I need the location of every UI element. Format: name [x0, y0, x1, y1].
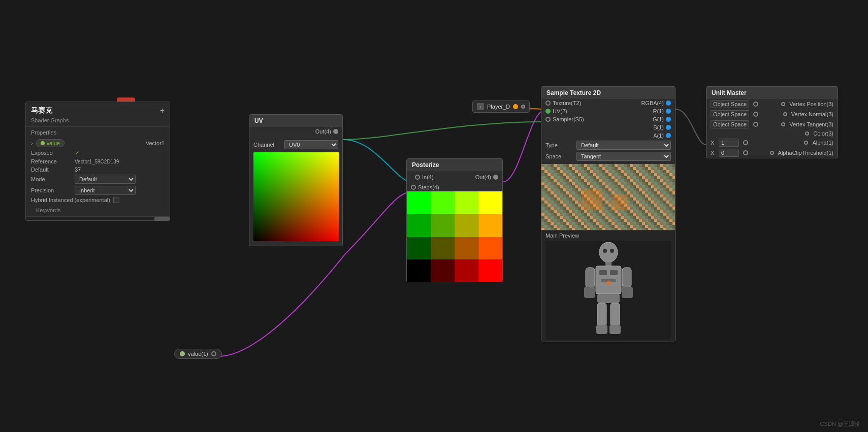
posterize-steps-label: Steps(4) — [418, 184, 439, 190]
alpha-clip-in-port[interactable] — [743, 150, 748, 155]
mode-row: Mode Default — [26, 174, 170, 185]
svg-rect-5 — [599, 270, 607, 275]
texture-port-label: Texture(T2) — [553, 100, 581, 106]
default-value: 37 — [75, 167, 81, 173]
alpha-x-input[interactable] — [719, 139, 739, 147]
alpha-label: Alpha(1) — [812, 140, 833, 146]
alpha-in-port[interactable] — [743, 140, 748, 145]
rgba-out-port[interactable] — [666, 101, 671, 106]
x-label-2: X — [711, 150, 717, 156]
vertex-tangent-row: Object Space Vertex Tangent(3) — [706, 119, 838, 129]
channel-label: Channel — [253, 142, 281, 148]
obj-space-3[interactable]: Object Space — [711, 120, 749, 128]
exposed-label: Exposed — [31, 150, 72, 156]
vertex-tang-label: Vertex Tangent(3) — [789, 121, 833, 127]
reference-row: Reference Vector1_59C2D139 — [26, 157, 170, 165]
vertex-normal-row: Object Space Vertex Normal(3) — [706, 109, 838, 119]
uv-node: UV Out(4) Channel UV0 UV1 UV2 UV3 — [249, 114, 343, 246]
g-port-right: G(1) — [653, 116, 671, 122]
value-dot — [41, 141, 45, 145]
space-field-label: Space — [545, 153, 573, 159]
add-button[interactable]: + — [160, 106, 165, 115]
b-out-port[interactable] — [666, 125, 671, 130]
r-port-right: R(1) — [653, 108, 671, 114]
texture-port-row: Texture(T2) RGBA(4) — [541, 99, 675, 107]
sampler-port-left: Sampler(S5) — [545, 116, 584, 122]
obj-space-1[interactable]: Object Space — [711, 100, 749, 108]
vertex-norm-out-port — [783, 112, 787, 116]
value-node-label: value(1) — [188, 351, 208, 357]
posterize-in-port[interactable] — [415, 175, 420, 180]
channel-select[interactable]: UV0 UV1 UV2 UV3 — [284, 140, 338, 149]
mode-select[interactable]: Default — [75, 175, 136, 184]
precision-select[interactable]: Inherit — [75, 186, 136, 195]
texture-output-port[interactable] — [513, 104, 518, 109]
sample-texture-node: Sample Texture 2D Texture(T2) RGBA(4) UV… — [541, 86, 676, 342]
svg-rect-15 — [610, 303, 620, 326]
g-out-port[interactable] — [666, 117, 671, 122]
hybrid-checkbox[interactable] — [113, 197, 119, 203]
sampler-port-row: Sampler(S5) G(1) — [541, 115, 675, 123]
type-field-row: Type Default — [541, 140, 675, 151]
r-out-port[interactable] — [666, 109, 671, 114]
value-node-port[interactable] — [211, 351, 216, 356]
sampler-port-label: Sampler(S5) — [553, 116, 584, 122]
svg-rect-11 — [622, 287, 633, 298]
b-port-label: B(1) — [653, 124, 664, 130]
texture-connected-dot — [521, 105, 525, 109]
svg-point-0 — [599, 242, 618, 262]
player-d-node: ▪ Player_D — [472, 101, 530, 113]
svg-point-17 — [606, 281, 610, 285]
texture-in-port[interactable] — [545, 101, 551, 106]
space-select[interactable]: Tangent Object World — [576, 152, 671, 161]
svg-rect-6 — [610, 270, 618, 275]
svg-point-1 — [603, 249, 607, 253]
obj-space-2[interactable]: Object Space — [711, 110, 749, 118]
value-property-row: › value Vector1 — [26, 138, 170, 148]
posterize-steps-port[interactable] — [411, 185, 416, 190]
color-port-row: Color(3) — [706, 129, 838, 138]
color-label: Color(3) — [813, 130, 833, 137]
svg-rect-3 — [605, 262, 612, 266]
uv-node-header: UV — [249, 115, 342, 127]
texture-preview-image — [541, 164, 675, 230]
a-out-port[interactable] — [666, 133, 671, 138]
space-field-row: Space Tangent Object World — [541, 151, 675, 162]
uv-out-label: Out(4) — [315, 128, 331, 135]
horizontal-scrollbar[interactable] — [26, 216, 170, 220]
precision-row: Precision Inherit — [26, 185, 170, 196]
uv-out-port-row: Out(4) — [249, 127, 342, 136]
hybrid-row: Hybrid Instanced (experimental) — [26, 196, 170, 204]
posterize-ports-row: In(4) Out(4) — [407, 171, 502, 183]
texture-icon: ▪ — [477, 103, 484, 110]
uv-in-port[interactable] — [545, 109, 551, 114]
reference-label: Reference — [31, 158, 72, 164]
sampler-in-port[interactable] — [545, 117, 551, 122]
texture-preview — [541, 164, 675, 230]
value-badge[interactable]: value — [36, 139, 65, 147]
uv-gradient-preview — [253, 152, 339, 241]
svg-rect-16 — [609, 325, 621, 334]
svg-rect-10 — [622, 268, 631, 288]
value-node: value(1) — [174, 349, 222, 359]
posterize-out-label: Out(4) — [475, 174, 491, 180]
posterize-out-group: Out(4) — [475, 174, 498, 180]
posterize-out-port[interactable] — [493, 175, 498, 180]
vertex-norm-label: Vertex Normal(3) — [791, 111, 833, 117]
type-select[interactable]: Default — [576, 141, 671, 150]
keywords-row: Keywords — [26, 204, 170, 216]
b-port-right: B(1) — [653, 124, 671, 130]
svg-rect-13 — [597, 303, 606, 326]
g-port-label: G(1) — [653, 116, 664, 122]
vertex-norm-in-port[interactable] — [753, 112, 758, 117]
mode-label: Mode — [31, 176, 72, 182]
value-node-dot — [180, 351, 185, 356]
vertex-tang-in-port[interactable] — [753, 122, 758, 127]
unlit-master-node: Unlit Master Object Space Vertex Positio… — [706, 86, 838, 158]
alpha-row: X Alpha(1) — [706, 138, 838, 148]
hybrid-label: Hybrid Instanced (experimental) — [31, 197, 110, 203]
uv-out-port[interactable] — [333, 129, 338, 134]
vertex-pos-in-port[interactable] — [753, 102, 758, 107]
vertex-pos-label: Vertex Position(3) — [789, 101, 833, 107]
alpha-clip-x-input[interactable] — [719, 149, 739, 157]
